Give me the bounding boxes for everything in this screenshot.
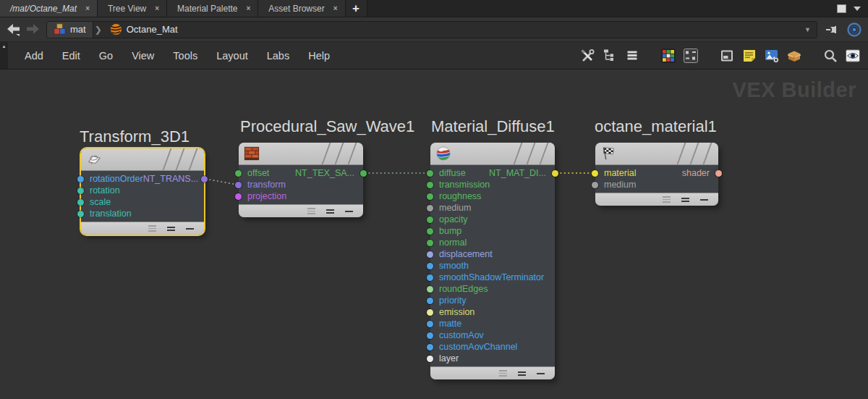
input-connector-dot[interactable] [235, 182, 242, 188]
menu-help[interactable]: Help [299, 42, 339, 70]
node-flag-icon[interactable] [518, 371, 526, 376]
color-grid-icon[interactable] [660, 48, 676, 64]
node-header[interactable] [81, 148, 204, 171]
input-connector-dot[interactable] [427, 274, 433, 281]
node-procedural-saw-wave1[interactable]: offsetNT_TEX_SA...transformprojection [239, 143, 363, 217]
input-connector-dot[interactable] [427, 263, 433, 269]
layout-grid-icon[interactable] [683, 48, 699, 64]
node-transform-3d1[interactable]: rotationOrderNT_TRANS...rotationscaletra… [81, 148, 204, 235]
node-flag-icon[interactable] [663, 196, 671, 203]
input-connector-dot[interactable] [427, 332, 433, 339]
input-connector-dot[interactable] [427, 251, 433, 258]
forward-button[interactable] [23, 21, 42, 38]
network-path-field[interactable]: mat ❯ Octane_Mat ▼ [46, 21, 817, 38]
pin-icon[interactable] [825, 22, 841, 37]
input-connector-dot[interactable] [427, 298, 433, 304]
input-connector-dot[interactable] [427, 182, 433, 188]
menu-layout[interactable]: Layout [207, 42, 258, 70]
node-flag-icon[interactable] [700, 199, 708, 201]
menu-go[interactable]: Go [90, 42, 122, 70]
node-flag-icon[interactable] [307, 208, 315, 214]
octane-material-icon [110, 23, 122, 35]
input-connector-dot[interactable] [427, 205, 433, 211]
menu-tools[interactable]: Tools [163, 42, 207, 70]
node-flag-icon[interactable] [537, 373, 545, 374]
input-connector-dot[interactable] [427, 240, 433, 246]
input-connector-dot[interactable] [235, 170, 242, 177]
node-octane-material1[interactable]: materialshadermedium [595, 143, 718, 206]
input-connector-dot[interactable] [592, 170, 598, 177]
asset-box-icon[interactable] [786, 48, 802, 64]
close-tab-icon[interactable]: × [155, 4, 159, 12]
input-connector-dot[interactable] [427, 321, 433, 327]
tab-asset-browser[interactable]: Asset Browser × [258, 0, 345, 17]
input-connector-dot[interactable] [427, 286, 433, 293]
node-flag-icon[interactable] [681, 198, 689, 202]
output-connector-dot[interactable] [201, 176, 208, 182]
close-tab-icon[interactable]: × [333, 4, 338, 12]
tree-view-icon[interactable] [602, 48, 618, 64]
input-connector-dot[interactable] [427, 356, 433, 362]
image-add-icon[interactable] [764, 48, 780, 64]
close-tab-icon[interactable]: × [246, 4, 250, 12]
window-square-icon[interactable] [837, 4, 846, 13]
breadcrumb-octane-mat[interactable]: Octane_Mat [103, 22, 184, 38]
sticky-note-icon[interactable] [741, 48, 757, 64]
tab-network-editor[interactable]: /mat/Octane_Mat × [0, 0, 98, 17]
menubar-expand-handle[interactable]: ▲ [0, 42, 8, 69]
node-flag-icon[interactable] [148, 225, 156, 232]
search-icon[interactable] [822, 48, 838, 64]
network-editor-canvas[interactable]: VEX Builder Transform_3D1 Procedural_Saw… [0, 70, 868, 399]
output-connector-dot[interactable] [360, 170, 367, 177]
node-parameter-row: roughness [430, 190, 555, 202]
menu-edit[interactable]: Edit [53, 42, 90, 70]
node-header[interactable] [595, 143, 718, 165]
input-connector-dot[interactable] [427, 217, 433, 223]
output-connector-dot[interactable] [715, 170, 722, 177]
pane-type-watermark: VEX Builder [733, 78, 857, 102]
dropdown-arrow-icon[interactable]: ▼ [799, 26, 817, 33]
node-header[interactable] [239, 143, 363, 165]
node-flag-icon[interactable] [186, 228, 194, 230]
output-type-label: NT_TEX_SA... [295, 168, 354, 178]
node-flag-icon[interactable] [326, 209, 334, 214]
node-flag-icon[interactable] [345, 211, 353, 212]
menu-labs[interactable]: Labs [258, 42, 299, 70]
back-button[interactable] [4, 21, 23, 38]
list-view-icon[interactable] [624, 48, 640, 64]
menu-view[interactable]: View [122, 42, 163, 70]
new-tab-button[interactable]: + [346, 0, 367, 17]
input-connector-dot[interactable] [427, 309, 433, 316]
breadcrumb-separator-icon: ❯ [93, 25, 103, 35]
input-connector-dot[interactable] [77, 176, 84, 182]
node-header[interactable] [430, 143, 555, 165]
input-connector-dot[interactable] [427, 344, 433, 350]
node-footer [595, 193, 718, 206]
tab-list-dropdown-icon[interactable] [854, 7, 861, 11]
node-parameter-row: diffuseNT_MAT_DI... [430, 167, 555, 179]
tab-tree-view[interactable]: Tree View × [98, 0, 167, 17]
tab-material-palette[interactable]: Material Palette × [167, 0, 258, 17]
input-connector-dot[interactable] [427, 170, 433, 177]
input-connector-dot[interactable] [77, 188, 84, 194]
node-material-diffuse1[interactable]: diffuseNT_MAT_DI...transmissionroughness… [430, 143, 555, 379]
input-connector-dot[interactable] [592, 182, 598, 188]
close-tab-icon[interactable]: × [85, 4, 90, 12]
input-connector-dot[interactable] [427, 193, 433, 200]
node-parameter-row: medium [595, 179, 718, 190]
follow-target-icon[interactable] [846, 22, 862, 38]
input-connector-dot[interactable] [77, 199, 84, 206]
input-connector-dot[interactable] [427, 228, 433, 235]
visibility-eye-icon[interactable] [845, 48, 861, 64]
node-parameter-row: materialshader [595, 167, 718, 179]
menu-add[interactable]: Add [15, 42, 53, 70]
tools-icon[interactable] [579, 48, 595, 64]
node-flag-icon[interactable] [167, 227, 175, 231]
breadcrumb-mat[interactable]: mat [47, 22, 93, 38]
brick-texture-icon [244, 146, 260, 161]
window-layout-icon[interactable] [719, 48, 735, 64]
input-connector-dot[interactable] [77, 211, 84, 217]
node-flag-icon[interactable] [499, 370, 507, 377]
output-connector-dot[interactable] [552, 170, 558, 177]
input-connector-dot[interactable] [235, 193, 242, 200]
